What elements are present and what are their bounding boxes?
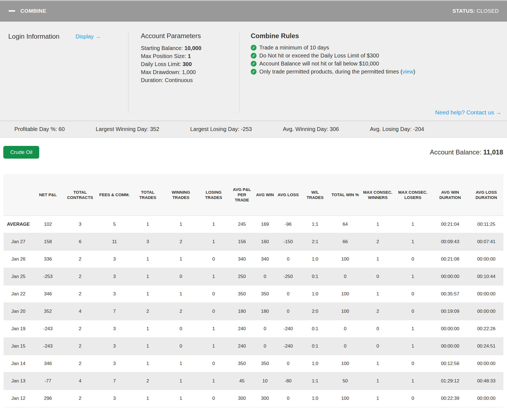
cell-value: 158 (33, 233, 63, 250)
combine-rule: ✓Do Not hit or exceed the Daily Loss Lim… (251, 52, 501, 60)
stat-value: -204 (413, 126, 424, 132)
column-header: MAX CONSEC. WINNERS (361, 174, 395, 216)
cell-value: 3 (97, 390, 131, 407)
cell-value: 350 (254, 355, 276, 372)
cell-value: 1 (164, 216, 198, 233)
cell-value: 00:48:33 (469, 372, 503, 390)
table-row: Jan 263362311034034001:01001000:21:0800:… (4, 250, 503, 268)
cell-value: 1:0 (301, 285, 329, 303)
cell-value: 100 (329, 250, 361, 268)
cell-value: 0 (198, 285, 229, 303)
stat-item: Largest Losing Day: -253 (190, 126, 252, 132)
parameter-value: 1 (188, 53, 191, 59)
row-label: Jan 13 (4, 372, 33, 390)
table-row: Jan 122962311030030001:01001000:22:3900:… (4, 390, 503, 407)
cell-value: 180 (229, 303, 254, 320)
combine-rule: ✓Only trade permitted products, during t… (251, 68, 501, 76)
cell-value: 4 (63, 372, 97, 390)
row-label: Jan 12 (4, 390, 33, 407)
cell-value: 336 (33, 250, 63, 268)
cell-value: 1 (198, 268, 229, 285)
cell-value: 0 (164, 268, 198, 285)
cell-value: 7 (97, 372, 131, 390)
row-label: Jan 14 (4, 355, 33, 372)
check-icon: ✓ (251, 69, 257, 75)
parameter-value: 10,000 (184, 45, 201, 51)
cell-value: 0 (198, 355, 229, 372)
cell-value: 296 (33, 390, 63, 407)
column-header: TOTAL TRADES (131, 174, 164, 216)
account-parameter: Max Drawdown: 1,000 (141, 68, 239, 76)
cell-value: 1 (198, 372, 229, 390)
cell-value: 100 (329, 355, 361, 372)
cell-value: 2 (131, 303, 164, 320)
account-row: Crude Oil Account Balance: 11,018 (0, 138, 507, 159)
account-balance-value: 11,018 (483, 148, 503, 156)
cell-value: 0 (276, 285, 301, 303)
cell-value: 0 (164, 337, 198, 355)
cell-value: 340 (254, 250, 276, 268)
cell-value: 1 (361, 390, 395, 407)
contact-us-link[interactable]: Need help? Contact us → (435, 109, 501, 116)
cell-value: 346 (33, 285, 63, 303)
row-label: Jan 25 (4, 268, 33, 285)
cell-value: 0:1 (301, 268, 329, 285)
table-row: Jan 19-243231012400-2400:100100:00:0000:… (4, 320, 503, 337)
cell-value: 0 (395, 355, 431, 372)
column-header: AVG WIN (254, 174, 276, 216)
stat-item: Avg. Winning Day: 306 (283, 126, 339, 132)
cell-value: 1 (164, 285, 198, 303)
cell-value: 160 (254, 233, 276, 250)
cell-value: 240 (229, 320, 254, 337)
collapse-icon[interactable] (8, 7, 15, 15)
column-header: AVG P&L PER TRADE (229, 174, 254, 216)
combine-rule: ✓Trade a minimum of 10 days (251, 44, 501, 52)
cell-value: 1 (131, 320, 164, 337)
product-tab-crude-oil[interactable]: Crude Oil (3, 146, 39, 159)
cell-value: 169 (254, 216, 276, 233)
cell-value: 1 (395, 216, 431, 233)
status-badge: STATUS: CLOSED (453, 8, 499, 14)
cell-value: -240 (276, 320, 301, 337)
rule-text: Trade a minimum of 10 days (259, 44, 329, 52)
parameter-value: 300 (183, 61, 192, 67)
stat-label: Largest Losing Day: (190, 126, 241, 132)
cell-value: 1 (131, 390, 164, 407)
cell-value: 2 (164, 303, 198, 320)
cell-value: 00:19:09 (431, 303, 469, 320)
cell-value: 10 (254, 372, 276, 390)
column-header: MAX CONSEC. LOSERS (395, 174, 431, 216)
cell-value: -150 (276, 233, 301, 250)
daily-stats-table: NET P&LTOTAL CONTRACTSFEES & COMM.TOTAL … (4, 174, 503, 407)
cell-value: 0 (395, 303, 431, 320)
display-link[interactable]: Display → (75, 33, 101, 40)
cell-value: 1 (131, 337, 164, 355)
cell-value: 0 (276, 355, 301, 372)
cell-value: 2:0 (301, 303, 329, 320)
column-header: AVG WIN DURATION (431, 174, 469, 216)
cell-value: 00:10:44 (469, 268, 503, 285)
stat-value: 352 (150, 126, 159, 132)
cell-value: 1:1 (301, 216, 329, 233)
column-header: TOTAL CONTRACTS (63, 174, 97, 216)
cell-value: 00:00:00 (431, 320, 469, 337)
rule-text: Only trade permitted products, during th… (259, 68, 415, 76)
cell-value: 100 (329, 285, 361, 303)
cell-value: 0 (361, 320, 395, 337)
cell-value: 0:1 (301, 320, 329, 337)
cell-value: 00:24:51 (469, 337, 503, 355)
parameter-value: 1,000 (182, 69, 196, 75)
row-label: Jan 15 (4, 337, 33, 355)
cell-value: 1 (131, 250, 164, 268)
cell-value: 102 (33, 216, 63, 233)
stat-value: 60 (59, 126, 65, 132)
account-balance: Account Balance: 11,018 (430, 148, 503, 156)
cell-value: 3 (97, 320, 131, 337)
combine-header-bar: COMBINE STATUS: CLOSED (0, 0, 507, 22)
stats-bar: Profitable Day %: 60Largest Winning Day:… (0, 121, 507, 138)
cell-value: 2 (63, 320, 97, 337)
rule-text: Account Balance will not hit or fall bel… (259, 60, 379, 68)
cell-value: 3 (131, 233, 164, 250)
cell-value: 0 (329, 320, 361, 337)
view-link[interactable]: view (402, 69, 413, 75)
